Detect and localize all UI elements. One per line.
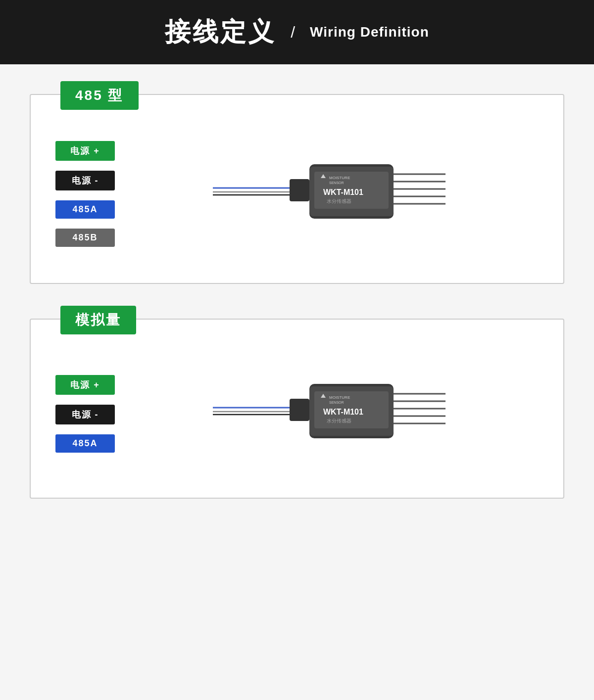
title-en: Wiring Definition [310,24,429,40]
svg-text:WKT-M101: WKT-M101 [323,188,363,196]
label-485b-1: 485B [55,229,115,247]
title-zh: 接线定义 [165,15,276,49]
page-header: 接线定义 / Wiring Definition [0,0,594,64]
svg-text:水分传感器: 水分传感器 [327,198,351,204]
sensor-diagram-485: MOISTURE SENSOR WKT-M101 水分传感器 [115,125,539,253]
svg-text:SENSOR: SENSOR [329,181,344,185]
svg-text:MOISTURE: MOISTURE [329,176,350,180]
section-485-title: 485 型 [60,81,139,110]
label-485a-2: 485A [55,434,115,453]
section-analog-inner: 电源 + 电源 - 485A [55,349,539,468]
label-power-minus-1: 电源 - [55,171,115,190]
title-divider: / [291,23,295,42]
section-485-labels: 电源 + 电源 - 485A 485B [55,131,115,247]
section-analog: 模拟量 电源 + 电源 - 485A [30,319,564,499]
section-485-inner: 电源 + 电源 - 485A 485B [55,125,539,253]
svg-text:MOISTURE: MOISTURE [329,395,350,400]
svg-rect-20 [290,399,309,421]
svg-text:SENSOR: SENSOR [329,401,344,404]
label-485a-1: 485A [55,200,115,219]
label-power-minus-2: 电源 - [55,405,115,424]
svg-text:WKT-M101: WKT-M101 [323,408,363,416]
sensor-diagram-analog: MOISTURE SENSOR WKT-M101 水分传感器 [115,349,539,468]
main-content: 485 型 电源 + 电源 - 485A 485B [0,64,594,700]
svg-text:水分传感器: 水分传感器 [327,418,351,423]
section-analog-labels: 电源 + 电源 - 485A [55,365,115,453]
section-485: 485 型 电源 + 电源 - 485A 485B [30,94,564,284]
sensor-svg-analog: MOISTURE SENSOR WKT-M101 水分传感器 [198,349,455,468]
svg-rect-3 [290,179,309,201]
section-analog-title: 模拟量 [60,306,136,334]
label-power-plus-1: 电源 + [55,141,115,161]
sensor-svg-485: MOISTURE SENSOR WKT-M101 水分传感器 [198,125,455,253]
label-power-plus-2: 电源 + [55,375,115,395]
